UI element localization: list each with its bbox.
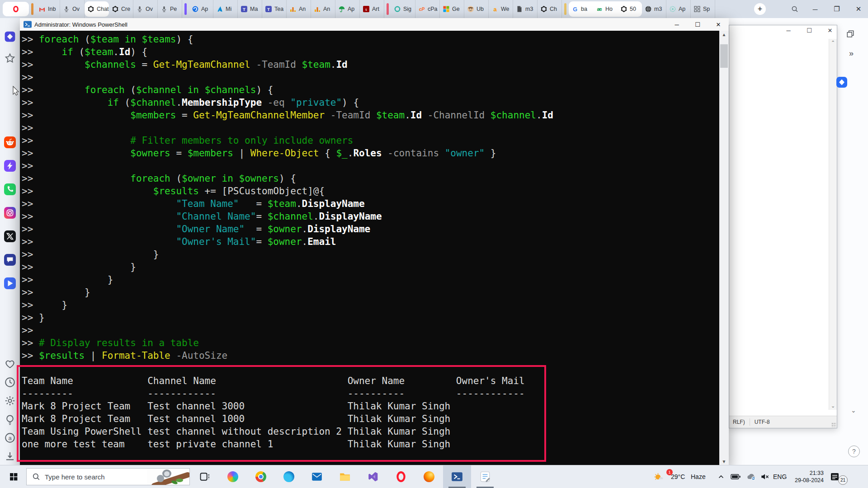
copy-pages-icon[interactable] <box>846 30 854 38</box>
opera-menu-button[interactable] <box>3 2 29 16</box>
sidebar-item-aria[interactable]: a <box>4 432 16 444</box>
notepad-close-button[interactable]: ✕ <box>825 27 835 34</box>
taskbar-app-firefox[interactable] <box>415 465 443 488</box>
taskbar-app-opera[interactable] <box>387 465 415 488</box>
help-button[interactable]: ? <box>848 446 860 457</box>
scroll-down-icon[interactable]: ▼ <box>719 459 729 464</box>
svg-text:T: T <box>243 7 245 12</box>
sidebar-item-downloads[interactable] <box>4 450 16 462</box>
scrollbar-thumb[interactable] <box>720 44 728 68</box>
browser-close-button[interactable]: ✕ <box>854 5 863 13</box>
sidebar-item-whatsapp[interactable] <box>4 183 16 195</box>
notepad-scrollbar[interactable]: ⌃ ⌄ <box>829 39 837 410</box>
search-daily-image[interactable] <box>147 469 189 485</box>
weather-widget[interactable]: 1 <box>654 465 664 488</box>
taskbar-app-chrome[interactable] <box>247 465 275 488</box>
tray-expand[interactable] <box>718 465 724 488</box>
browser-tab[interactable]: aWe <box>489 0 513 18</box>
chevron-down-icon[interactable]: ⌄ <box>851 407 856 414</box>
sidebar-item-hints[interactable] <box>4 413 16 425</box>
taskbar-app-mail[interactable] <box>303 465 331 488</box>
tab-group-marker[interactable] <box>184 3 187 15</box>
browser-tab[interactable]: An <box>287 0 311 18</box>
tab-group-marker[interactable] <box>387 3 389 15</box>
clock[interactable]: 21:33 29-08-2024 <box>789 465 824 488</box>
browser-tab[interactable]: m3 <box>513 0 538 18</box>
ps-minimize-button[interactable]: ─ <box>666 18 687 31</box>
browser-tab[interactable]: Ub <box>464 0 489 18</box>
browser-tab[interactable]: 50 <box>618 1 642 17</box>
browser-maximize-button[interactable]: ❐ <box>832 5 842 13</box>
sidebar-item-speed-dial[interactable] <box>4 31 16 42</box>
browser-tab[interactable]: Sig <box>391 0 415 18</box>
sidebar-item-chat-app[interactable] <box>4 254 16 266</box>
start-button[interactable] <box>4 465 24 488</box>
browser-tab[interactable]: Pe <box>158 0 182 18</box>
language-indicator[interactable]: ENG <box>773 465 787 488</box>
taskbar-app-task-view[interactable] <box>191 465 219 488</box>
tab-group-marker[interactable] <box>31 3 33 15</box>
notepad-maximize-button[interactable]: ☐ <box>804 27 814 34</box>
scroll-up-icon[interactable]: ⌃ <box>829 40 837 46</box>
scroll-down-icon[interactable]: ⌄ <box>829 403 837 409</box>
browser-tab[interactable]: TMa <box>238 0 262 18</box>
weather-temp[interactable]: 29°C <box>671 465 685 488</box>
sidebar-item-history[interactable] <box>4 376 16 388</box>
sidebar-item-telegram[interactable] <box>4 277 16 289</box>
browser-tab[interactable]: Sp <box>691 0 715 18</box>
taskbar-app-copilot[interactable] <box>219 465 247 488</box>
browser-tab[interactable]: Ov <box>60 0 85 18</box>
onedrive-status[interactable] <box>746 465 756 488</box>
weather-condition[interactable]: Haze <box>691 465 706 488</box>
sidebar-item-instagram[interactable] <box>4 207 16 219</box>
tab-search-icon[interactable] <box>791 5 798 13</box>
ps-close-button[interactable]: ✕ <box>708 18 729 31</box>
browser-tab[interactable]: ӕHo <box>593 1 618 17</box>
notepad-minimize-button[interactable]: ─ <box>783 27 793 34</box>
resize-grip[interactable] <box>831 422 836 427</box>
browser-tab[interactable]: m3 <box>642 0 666 18</box>
browser-tab[interactable]: An <box>311 0 335 18</box>
notepad-window[interactable]: ─ ☐ ✕ ⌃ ⌄ RLF) UTF-8 <box>729 25 837 428</box>
extension-badge-icon[interactable] <box>836 77 847 88</box>
taskbar-search-input[interactable]: Type here to search <box>26 468 190 485</box>
action-center[interactable] <box>830 465 840 488</box>
scroll-up-icon[interactable]: ▲ <box>719 32 729 37</box>
sidebar-item-bookmarks[interactable] <box>4 52 16 64</box>
browser-tab[interactable]: Ap <box>189 0 213 18</box>
browser-tab[interactable]: Ap <box>666 0 691 18</box>
sidebar-item-settings[interactable] <box>4 395 16 407</box>
console-line: >> $results += [PSCustomObject]@{ <box>22 185 718 197</box>
chevron-right-icon[interactable]: » <box>849 49 854 58</box>
browser-tab[interactable]: TTea <box>262 0 287 18</box>
volume-muted[interactable] <box>760 465 769 488</box>
tab-group-marker[interactable] <box>564 3 566 15</box>
battery-status[interactable] <box>731 465 741 488</box>
taskbar-app-powershell[interactable] <box>443 465 471 488</box>
browser-tab[interactable]: Inb <box>36 0 60 18</box>
browser-tab[interactable]: Ge <box>440 0 464 18</box>
browser-tab[interactable]: Ch <box>538 0 562 18</box>
new-tab-button[interactable]: + <box>754 3 766 15</box>
doc-favicon-icon <box>516 5 523 13</box>
browser-tab[interactable]: Gba <box>569 1 593 17</box>
browser-minimize-button[interactable]: ─ <box>810 5 820 13</box>
browser-tab[interactable]: Cre <box>109 0 133 18</box>
taskbar-app-visual-studio[interactable] <box>359 465 387 488</box>
ps-maximize-button[interactable]: ☐ <box>687 18 708 31</box>
sidebar-item-favorites[interactable] <box>4 358 16 370</box>
sidebar-item-reddit[interactable] <box>4 136 16 148</box>
taskbar-app-file-explorer[interactable] <box>331 465 359 488</box>
sidebar-item-x-twitter[interactable] <box>4 230 16 242</box>
taskbar-app-edge[interactable] <box>275 465 303 488</box>
browser-tab[interactable]: sArt <box>360 0 384 18</box>
browser-tab[interactable]: Mi <box>213 0 238 18</box>
console-scrollbar[interactable]: ▲ ▼ <box>719 31 729 465</box>
taskbar-app-notepad[interactable] <box>471 465 499 488</box>
browser-tab[interactable]: Ov <box>133 0 158 18</box>
browser-tab[interactable]: Ap <box>335 0 360 18</box>
sidebar-item-messenger[interactable] <box>4 160 16 172</box>
browser-tab[interactable]: cPcPa <box>415 0 440 18</box>
powershell-title-bar[interactable]: Administrator: Windows PowerShell ─ ☐ ✕ <box>20 18 729 31</box>
browser-tab[interactable]: ChatG <box>85 1 109 17</box>
